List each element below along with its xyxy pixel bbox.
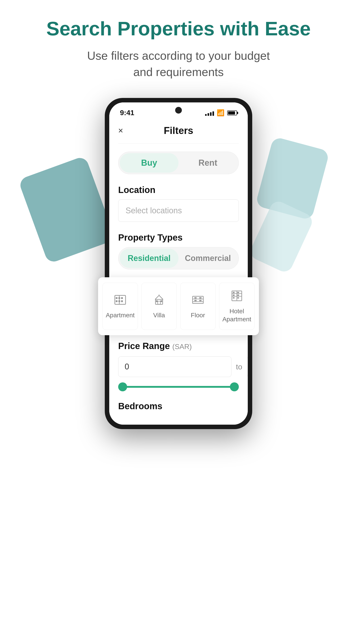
floor-card[interactable]: Floor [180, 283, 216, 330]
property-cards-overlay: Apartment Villa [98, 277, 259, 336]
filter-title: Filters [164, 125, 193, 136]
signal-bar-2 [208, 113, 209, 116]
svg-rect-12 [160, 300, 162, 302]
svg-rect-29 [233, 292, 235, 293]
price-inputs: to [118, 356, 239, 377]
signal-bar-4 [212, 111, 214, 116]
floor-icon [192, 293, 204, 308]
deco-shape-left [18, 156, 116, 264]
price-range-section: Price Range (SAR) to [118, 341, 239, 411]
bedrooms-label: Bedrooms [118, 401, 239, 411]
price-unit: (SAR) [172, 342, 192, 350]
status-icons: 📶 [205, 109, 237, 116]
page-title: Search Properties with Ease [46, 18, 311, 40]
floor-label: Floor [191, 311, 205, 319]
page-subtitle: Use filters according to your budgetand … [87, 48, 270, 80]
svg-rect-5 [121, 297, 123, 299]
svg-rect-11 [156, 300, 158, 302]
status-bar: 9:41 📶 [109, 102, 248, 120]
phone-outer: 9:41 📶 [105, 98, 252, 429]
svg-rect-8 [121, 300, 123, 302]
apartment-card[interactable]: Apartment [102, 283, 138, 330]
svg-rect-26 [237, 294, 239, 296]
svg-rect-1 [115, 296, 119, 304]
price-range-label: Price Range (SAR) [118, 341, 239, 351]
svg-rect-14 [193, 296, 203, 304]
buy-rent-toggle: Buy Rent [118, 152, 239, 174]
hotel-apartment-card[interactable]: HotelApartment [219, 283, 255, 330]
status-time: 9:41 [120, 109, 134, 117]
svg-rect-0 [115, 296, 126, 304]
svg-rect-10 [158, 301, 160, 304]
camera-notch [175, 107, 182, 114]
app-content: × Filters Buy Rent Location Select locat… [109, 120, 248, 425]
svg-rect-20 [199, 300, 202, 301]
svg-rect-25 [233, 294, 235, 296]
signal-bar-1 [205, 114, 207, 116]
svg-rect-3 [116, 297, 117, 299]
svg-rect-30 [237, 292, 239, 293]
svg-rect-18 [199, 297, 202, 298]
apartment-icon [114, 293, 126, 308]
phone-frame: 9:41 📶 [105, 98, 252, 429]
svg-rect-27 [233, 297, 235, 298]
svg-rect-2 [119, 296, 126, 304]
price-max-input[interactable] [247, 356, 248, 377]
phone-screen: 9:41 📶 [109, 102, 248, 425]
wifi-icon: 📶 [217, 109, 225, 116]
buy-button[interactable]: Buy [120, 153, 178, 173]
apartment-label: Apartment [106, 311, 134, 319]
location-label: Location [118, 185, 239, 195]
commercial-button[interactable]: Commercial [178, 249, 237, 268]
svg-rect-17 [194, 297, 197, 298]
villa-label: Villa [153, 311, 165, 319]
price-min-input[interactable] [118, 356, 231, 377]
rent-button[interactable]: Rent [178, 153, 237, 173]
signal-bar-3 [210, 112, 212, 116]
close-button[interactable]: × [118, 126, 123, 136]
svg-rect-7 [118, 300, 120, 302]
svg-rect-4 [118, 297, 120, 299]
price-to-label: to [236, 362, 242, 371]
hotel-apartment-icon [231, 289, 243, 304]
phone-mockup: 9:41 📶 [44, 98, 313, 429]
range-handle-right[interactable] [230, 382, 239, 391]
property-type-toggle: Residential Commercial [118, 247, 239, 270]
villa-icon [153, 293, 165, 308]
signal-icon [205, 110, 214, 116]
property-types-label: Property Types [118, 232, 239, 242]
svg-rect-19 [194, 300, 197, 301]
range-handle-left[interactable] [118, 382, 127, 391]
location-input[interactable]: Select locations [118, 200, 239, 222]
residential-button[interactable]: Residential [120, 249, 178, 268]
hotel-apartment-label: HotelApartment [222, 307, 251, 324]
filter-header: × Filters [118, 120, 239, 144]
villa-card[interactable]: Villa [141, 283, 177, 330]
price-range-slider[interactable] [123, 386, 234, 388]
svg-rect-28 [237, 297, 239, 298]
svg-rect-6 [116, 300, 117, 302]
battery-fill [228, 111, 235, 114]
battery-icon [227, 110, 237, 116]
